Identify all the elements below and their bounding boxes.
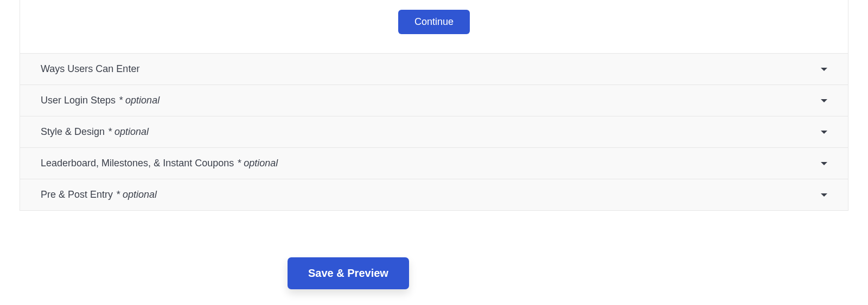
caret-down-icon — [821, 131, 827, 134]
accordion-label: Ways Users Can Enter — [41, 63, 139, 75]
accordion-label: Style & Design * optional — [41, 126, 149, 138]
save-preview-button[interactable]: Save & Preview — [288, 257, 409, 289]
accordion-label: User Login Steps * optional — [41, 95, 159, 106]
accordion-title-text: Leaderboard, Milestones, & Instant Coupo… — [41, 158, 234, 169]
accordion-item-pre-post-entry[interactable]: Pre & Post Entry * optional — [20, 179, 848, 210]
optional-marker: * optional — [116, 189, 157, 200]
continue-wrapper: Continue — [20, 0, 848, 53]
accordion-item-ways-users-can-enter[interactable]: Ways Users Can Enter — [20, 54, 848, 85]
accordion-panel: Ways Users Can Enter User Login Steps * … — [20, 53, 848, 211]
accordion-item-leaderboard-milestones-coupons[interactable]: Leaderboard, Milestones, & Instant Coupo… — [20, 148, 848, 179]
accordion-title-text: User Login Steps — [41, 95, 116, 106]
accordion-label: Leaderboard, Milestones, & Instant Coupo… — [41, 158, 278, 169]
caret-down-icon — [821, 193, 827, 197]
main-card: Continue Ways Users Can Enter User Login… — [20, 0, 848, 211]
caret-down-icon — [821, 99, 827, 102]
accordion-label: Pre & Post Entry * optional — [41, 189, 157, 200]
optional-marker: * optional — [108, 126, 149, 138]
caret-down-icon — [821, 162, 827, 165]
caret-down-icon — [821, 68, 827, 71]
continue-button[interactable]: Continue — [398, 10, 470, 34]
accordion-title-text: Ways Users Can Enter — [41, 63, 139, 75]
accordion-title-text: Pre & Post Entry — [41, 189, 113, 200]
accordion-item-user-login-steps[interactable]: User Login Steps * optional — [20, 85, 848, 116]
accordion-item-style-design[interactable]: Style & Design * optional — [20, 116, 848, 148]
save-wrapper: Save & Preview — [0, 211, 868, 289]
accordion-title-text: Style & Design — [41, 126, 105, 138]
optional-marker: * optional — [237, 158, 278, 169]
optional-marker: * optional — [119, 95, 159, 106]
